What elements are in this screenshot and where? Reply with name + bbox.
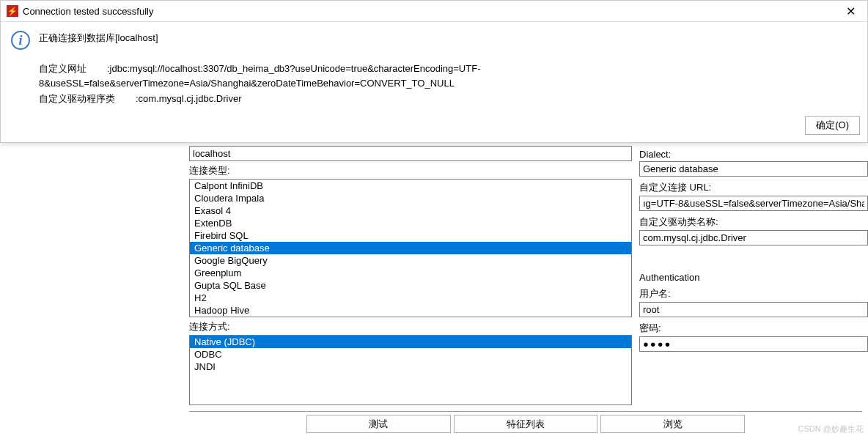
dialog-title: Connection tested successfully — [23, 6, 839, 17]
list-item[interactable]: JNDI — [190, 361, 631, 373]
custom-url-value: :jdbc:mysql://localhost:3307/db_heima_db… — [39, 63, 480, 89]
conn-method-label: 连接方式: — [189, 317, 632, 335]
list-item[interactable]: Hadoop Hive — [190, 304, 631, 317]
list-item[interactable]: ExtenDB — [190, 217, 631, 229]
ok-button[interactable]: 确定(O) — [805, 116, 860, 135]
list-item[interactable]: H2 — [190, 292, 631, 304]
pwd-input[interactable]: ●●●● — [639, 336, 868, 352]
custom-driver-label-text: 自定义驱动程序类 — [39, 93, 115, 104]
custom-url-label-text: 自定义网址 — [39, 63, 87, 74]
user-input[interactable] — [639, 302, 868, 317]
info-icon: i — [11, 31, 30, 50]
custom-driver-label: 自定义驱动类名称: — [639, 213, 868, 230]
list-item[interactable]: ODBC — [190, 348, 631, 361]
pwd-label: 密码: — [639, 319, 868, 336]
app-icon: ⚡ — [7, 5, 18, 17]
custom-driver-value: :com.mysql.cj.jdbc.Driver — [136, 93, 241, 104]
list-item[interactable]: Calpont InfiniDB — [190, 180, 631, 192]
browse-button[interactable]: 浏览 — [600, 415, 745, 433]
list-item[interactable]: Exasol 4 — [190, 204, 631, 217]
conn-name-input[interactable] — [189, 146, 632, 161]
list-item[interactable]: Google BigQuery — [190, 254, 631, 267]
success-dialog: ⚡ Connection tested successfully ✕ i 正确连… — [0, 0, 868, 143]
conn-type-label: 连接类型: — [189, 161, 632, 179]
auth-label: Authentication — [639, 269, 868, 284]
user-label: 用户名: — [639, 284, 868, 302]
conn-type-list[interactable]: Calpont InfiniDBCloudera ImpalaExasol 4E… — [189, 179, 632, 317]
list-item[interactable]: Native (JDBC) — [190, 336, 631, 348]
dialect-input[interactable] — [639, 161, 868, 177]
dialog-message: 正确连接到数据库[localhost] 自定义网址:jdbc:mysql://l… — [39, 31, 857, 107]
list-item[interactable]: Firebird SQL — [190, 229, 631, 242]
list-item[interactable]: Greenplum — [190, 267, 631, 279]
custom-url-input[interactable] — [639, 196, 868, 211]
test-button[interactable]: 测试 — [306, 415, 451, 433]
custom-driver-input[interactable] — [639, 230, 868, 245]
msg-line1: 正确连接到数据库[localhost] — [39, 31, 857, 46]
list-item[interactable]: Cloudera Impala — [190, 192, 631, 204]
list-item[interactable]: Gupta SQL Base — [190, 279, 631, 292]
conn-method-list[interactable]: Native (JDBC)ODBCJNDI — [189, 335, 632, 405]
dialect-label: Dialect: — [639, 146, 868, 161]
close-icon[interactable]: ✕ — [839, 4, 861, 18]
watermark: CSDN @妙趣生花 — [798, 424, 864, 435]
list-item[interactable]: Generic database — [190, 242, 631, 254]
custom-url-label: 自定义连接 URL: — [639, 178, 868, 196]
feature-list-button[interactable]: 特征列表 — [454, 415, 598, 433]
